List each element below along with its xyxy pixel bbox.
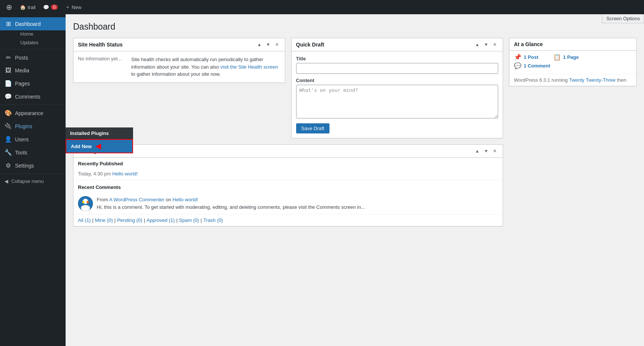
- site-health-controls: ▲ ▼ ✕: [256, 41, 280, 48]
- comment-on-label: on: [166, 197, 172, 202]
- site-health-close[interactable]: ✕: [274, 41, 280, 48]
- page-icon: 📋: [553, 54, 561, 61]
- glance-comment-count: 1: [524, 63, 526, 69]
- new-label: New: [72, 4, 81, 10]
- comment-post-link[interactable]: Hello world!: [172, 197, 198, 202]
- published-post-link[interactable]: Hello world!: [112, 171, 138, 177]
- footer-all-link[interactable]: All (1): [78, 217, 91, 223]
- site-health-header: Site Health Status ▲ ▼ ✕: [73, 38, 285, 51]
- glance-row-2: 💬 1 Comment: [514, 62, 632, 69]
- menu-separator-1: [0, 49, 66, 49]
- site-health-collapse-up[interactable]: ▲: [256, 41, 263, 48]
- site-name-label: trail: [28, 4, 36, 10]
- sidebar-item-users[interactable]: 👤 Users: [0, 133, 66, 146]
- sidebar-item-settings[interactable]: ⚙ Settings: [0, 159, 66, 172]
- sidebar-item-appearance[interactable]: 🎨 Appearance: [0, 106, 66, 120]
- sidebar-item-updates[interactable]: Updates: [16, 39, 66, 48]
- sidebar-item-plugins[interactable]: 🔌 Plugins: [0, 120, 66, 133]
- media-icon: 🖼: [4, 67, 12, 74]
- dashboard-grid: Site Health Status ▲ ▼ ✕ No information …: [73, 38, 637, 226]
- sidebar-item-media[interactable]: 🖼 Media: [0, 64, 66, 77]
- footer-spam-link[interactable]: Spam (0): [179, 217, 199, 223]
- save-draft-button[interactable]: Save Draft: [296, 123, 329, 133]
- glance-comments-link[interactable]: 1 Comment: [524, 63, 550, 69]
- commenter-link[interactable]: A WordPress Commenter: [109, 197, 164, 202]
- glance-posts: 📌 1 Post: [514, 54, 538, 61]
- no-info-label: No information yet...: [78, 56, 127, 78]
- activity-collapse-down[interactable]: ▼: [482, 148, 490, 154]
- theme-link[interactable]: Twenty Twenty-Three: [569, 77, 616, 83]
- plugins-icon: 🔌: [4, 123, 12, 130]
- sidebar-dashboard-label: Dashboard: [15, 21, 41, 27]
- activity-collapse-up[interactable]: ▲: [473, 148, 481, 154]
- site-icon: 🏠: [20, 4, 26, 10]
- sidebar-item-comments[interactable]: 💬 Comments: [0, 90, 66, 103]
- title-input[interactable]: [296, 63, 499, 74]
- quick-draft-controls: ▲ ▼ ✕: [473, 41, 498, 48]
- at-a-glance-widget: At a Glance 📌 1 Post 📋: [509, 38, 637, 86]
- site-name-link[interactable]: 🏠 trail: [17, 0, 39, 14]
- content-label: Content: [296, 78, 499, 83]
- glance-wp-info: WordPress 6.3.1 running Twenty Twenty-Th…: [509, 74, 636, 86]
- comments-menu-icon: 💬: [4, 93, 12, 100]
- at-a-glance-header: At a Glance: [509, 38, 636, 51]
- sidebar-item-pages[interactable]: 📄 Pages: [0, 77, 66, 90]
- content-textarea[interactable]: [296, 85, 499, 118]
- svg-point-3: [82, 201, 84, 203]
- health-screen-link[interactable]: visit the Site Health screen: [220, 64, 278, 70]
- appearance-icon: 🎨: [4, 109, 12, 117]
- footer-approved-link[interactable]: Approved (1): [147, 217, 175, 223]
- site-health-collapse-down[interactable]: ▼: [265, 41, 272, 48]
- quick-draft-collapse-up[interactable]: ▲: [473, 41, 481, 48]
- sidebar-comments-label: Comments: [15, 94, 40, 100]
- collapse-menu-label: Collapse menu: [11, 178, 44, 184]
- avatar-svg: [78, 196, 93, 211]
- svg-point-4: [87, 201, 89, 203]
- sidebar-item-dashboard[interactable]: ⊞ Dashboard: [0, 17, 66, 30]
- glance-posts-link[interactable]: 1 Post: [524, 54, 538, 60]
- sidebar-item-tools[interactable]: 🔧 Tools: [0, 146, 66, 159]
- wp-logo-link[interactable]: ⊕: [3, 0, 15, 14]
- quick-draft-body: Title Content Save Draft: [292, 51, 503, 138]
- glance-page-label: Page: [567, 54, 579, 60]
- add-new-plugin-button[interactable]: Add New ◀: [66, 139, 133, 153]
- title-group: Title: [296, 56, 499, 74]
- posts-icon: ✏: [4, 54, 12, 61]
- collapse-menu-button[interactable]: ◀ Collapse menu: [0, 175, 66, 187]
- menu-separator-3: [0, 174, 66, 174]
- quick-draft-close[interactable]: ✕: [491, 41, 498, 48]
- glance-comments: 💬 1 Comment: [514, 62, 550, 69]
- sidebar: ⊞ Dashboard Home Updates ✏ Posts 🖼 Media…: [0, 14, 66, 346]
- recent-comments-title: Recent Comments: [73, 181, 503, 193]
- glance-post-count: 1: [524, 54, 526, 60]
- wp-info-suffix: then: [617, 77, 626, 83]
- wp-wrap: ⊞ Dashboard Home Updates ✏ Posts 🖼 Media…: [0, 14, 644, 346]
- wp-version-text: WordPress 6.3.1 running: [514, 77, 569, 83]
- admin-bar: ⊕ 🏠 trail 💬 0 ＋ New: [0, 0, 644, 14]
- sidebar-appearance-label: Appearance: [15, 110, 43, 116]
- footer-trash-link[interactable]: Trash (0): [203, 217, 223, 223]
- quick-draft-title: Quick Draft: [296, 42, 324, 48]
- site-health-widget: Site Health Status ▲ ▼ ✕ No information …: [73, 38, 285, 83]
- comment-body: From A WordPress Commenter on Hello worl…: [97, 196, 365, 211]
- site-health-body: No information yet... Site health checks…: [73, 51, 285, 82]
- footer-mine-link[interactable]: Mine (0): [95, 217, 113, 223]
- comments-icon: 💬: [43, 4, 49, 10]
- commenter-avatar: [78, 196, 93, 211]
- glance-page-count: 1: [563, 54, 566, 60]
- footer-pending-link[interactable]: Pending (0): [117, 217, 142, 223]
- activity-footer-links: All (1) | Mine (0) | Pending (0) | Appro…: [78, 217, 498, 223]
- glance-pages-link[interactable]: 1 Page: [563, 54, 579, 60]
- activity-footer: All (1) | Mine (0) | Pending (0) | Appro…: [73, 214, 503, 226]
- quick-draft-collapse-down[interactable]: ▼: [482, 41, 490, 48]
- quick-draft-header: Quick Draft ▲ ▼ ✕: [292, 38, 503, 51]
- comments-link[interactable]: 💬 0: [40, 0, 61, 14]
- main-content: Dashboard Site Health Status ▲ ▼ ✕ No in…: [66, 14, 644, 346]
- new-content-link[interactable]: ＋ New: [62, 0, 84, 14]
- sidebar-item-home[interactable]: Home: [16, 30, 66, 39]
- menu-separator-2: [0, 105, 66, 105]
- activity-close[interactable]: ✕: [491, 148, 498, 154]
- sidebar-item-posts[interactable]: ✏ Posts: [0, 51, 66, 64]
- comment-from-label: From: [97, 197, 109, 202]
- screen-options-button[interactable]: Screen Options: [602, 14, 644, 23]
